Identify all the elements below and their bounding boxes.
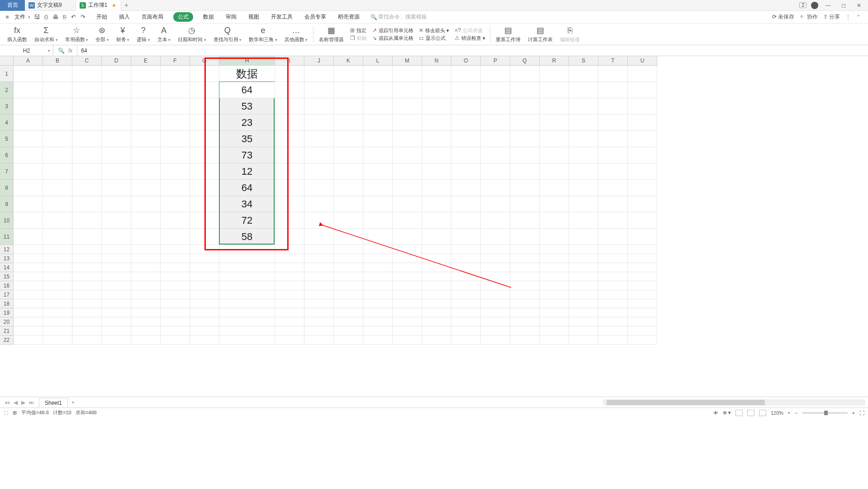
cell-J8[interactable] (304, 180, 334, 196)
cell-G1[interactable] (190, 66, 219, 82)
cell-G13[interactable] (190, 254, 219, 263)
col-header-E[interactable]: E (131, 56, 161, 66)
cell-K2[interactable] (334, 82, 363, 98)
cell-O20[interactable] (451, 317, 481, 326)
cell-Q10[interactable] (510, 212, 540, 229)
cell-M2[interactable] (393, 82, 422, 98)
cell-C9[interactable] (72, 196, 102, 212)
cell-F4[interactable] (161, 115, 190, 131)
cell-K5[interactable] (334, 131, 363, 147)
cell-B1[interactable] (43, 66, 72, 82)
cell-T10[interactable] (598, 212, 628, 229)
cell-B5[interactable] (43, 131, 72, 147)
cell-N5[interactable] (422, 131, 451, 147)
cell-J10[interactable] (304, 212, 334, 229)
cell-K6[interactable] (334, 147, 363, 163)
cell-K16[interactable] (334, 281, 363, 290)
cell-H22[interactable] (219, 336, 275, 345)
cell-O10[interactable] (451, 212, 481, 229)
cell-G20[interactable] (190, 317, 219, 326)
cell-D22[interactable] (102, 336, 131, 345)
cell-U2[interactable] (628, 82, 657, 98)
cell-C2[interactable] (72, 82, 102, 98)
cell-F2[interactable] (161, 82, 190, 98)
cell-E16[interactable] (131, 281, 161, 290)
cell-L4[interactable] (363, 115, 393, 131)
cell-E1[interactable] (131, 66, 161, 82)
cell-M18[interactable] (393, 299, 422, 308)
cell-A22[interactable] (14, 336, 43, 345)
cell-K18[interactable] (334, 299, 363, 308)
cell-C3[interactable] (72, 98, 102, 115)
cell-T17[interactable] (598, 290, 628, 299)
cell-G11[interactable] (190, 229, 219, 245)
cell-E14[interactable] (131, 263, 161, 272)
ribbon-错误检查[interactable]: ⚠错误检查 ▾ (455, 35, 485, 42)
cell-H13[interactable] (219, 254, 275, 263)
cell-Q16[interactable] (510, 281, 540, 290)
cell-F14[interactable] (161, 263, 190, 272)
center-icon[interactable]: ⊕ ▾ (723, 410, 731, 416)
cell-U8[interactable] (628, 180, 657, 196)
cell-K14[interactable] (334, 263, 363, 272)
cell-J6[interactable] (304, 147, 334, 163)
cell-T11[interactable] (598, 229, 628, 245)
cell-C8[interactable] (72, 180, 102, 196)
sheet-prev-icon[interactable]: ◀ (14, 399, 18, 406)
cell-C15[interactable] (72, 272, 102, 281)
cell-N15[interactable] (422, 272, 451, 281)
cell-M22[interactable] (393, 336, 422, 345)
cell-D7[interactable] (102, 163, 131, 180)
cell-F9[interactable] (161, 196, 190, 212)
ribbon-财务[interactable]: ¥财务 (113, 26, 133, 43)
sheet-first-icon[interactable]: ⏮ (5, 399, 10, 406)
cell-A15[interactable] (14, 272, 43, 281)
cell-R19[interactable] (540, 308, 569, 317)
cell-O3[interactable] (451, 98, 481, 115)
cell-M10[interactable] (393, 212, 422, 229)
cell-Q20[interactable] (510, 317, 540, 326)
cell-P5[interactable] (481, 131, 510, 147)
row-header-16[interactable]: 16 (0, 281, 14, 290)
redo-icon[interactable]: ↷ (81, 14, 85, 20)
cell-B7[interactable] (43, 163, 72, 180)
row-header-15[interactable]: 15 (0, 272, 14, 281)
cell-U5[interactable] (628, 131, 657, 147)
cell-H18[interactable] (219, 299, 275, 308)
select-all-corner[interactable] (0, 56, 14, 66)
cell-F8[interactable] (161, 180, 190, 196)
cell-L8[interactable] (363, 180, 393, 196)
cell-E20[interactable] (131, 317, 161, 326)
cell-S14[interactable] (569, 263, 598, 272)
ribbon-名称管理器[interactable]: ▦名称管理器 (315, 25, 347, 43)
menu-视图[interactable]: 视图 (247, 12, 261, 22)
col-header-D[interactable]: D (102, 56, 131, 66)
cell-A16[interactable] (14, 281, 43, 290)
cell-L13[interactable] (363, 254, 393, 263)
sheet-last-icon[interactable]: ⏭ (29, 399, 34, 406)
cell-R13[interactable] (540, 254, 569, 263)
cell-F12[interactable] (161, 245, 190, 254)
cell-F21[interactable] (161, 326, 190, 336)
cell-K1[interactable] (334, 66, 363, 82)
cell-L17[interactable] (363, 290, 393, 299)
cell-U3[interactable] (628, 98, 657, 115)
cell-G21[interactable] (190, 326, 219, 336)
cell-E3[interactable] (131, 98, 161, 115)
row-header-17[interactable]: 17 (0, 290, 14, 299)
cell-Q7[interactable] (510, 163, 540, 180)
cell-G16[interactable] (190, 281, 219, 290)
cell-U17[interactable] (628, 290, 657, 299)
file-menu[interactable]: 文件 (12, 13, 28, 21)
col-header-L[interactable]: L (363, 56, 393, 66)
cell-M5[interactable] (393, 131, 422, 147)
menu-开发工具[interactable]: 开发工具 (269, 12, 294, 22)
cell-P18[interactable] (481, 299, 510, 308)
cell-H8[interactable]: 64 (219, 180, 275, 196)
cell-T21[interactable] (598, 326, 628, 336)
cell-H20[interactable] (219, 317, 275, 326)
maximize-icon[interactable]: ◻ (838, 2, 849, 9)
cell-L5[interactable] (363, 131, 393, 147)
cell-F16[interactable] (161, 281, 190, 290)
cell-E9[interactable] (131, 196, 161, 212)
